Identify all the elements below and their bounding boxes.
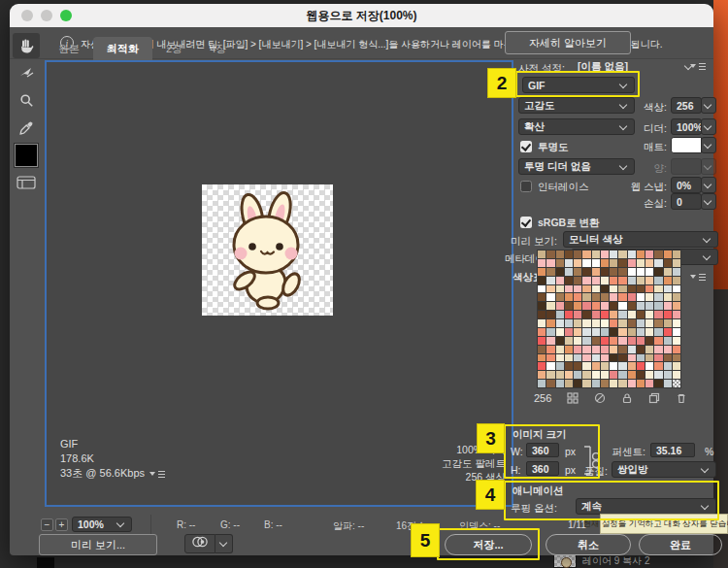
color-swatch[interactable]	[574, 319, 581, 327]
color-swatch[interactable]	[610, 268, 617, 276]
color-swatch[interactable]	[601, 311, 609, 318]
color-swatch[interactable]	[654, 380, 662, 387]
color-swatch[interactable]	[546, 293, 554, 301]
color-swatch[interactable]	[637, 328, 645, 336]
color-swatch[interactable]	[582, 293, 590, 301]
color-swatch[interactable]	[556, 346, 564, 353]
color-swatch[interactable]	[664, 354, 672, 362]
delete-color-icon[interactable]	[676, 392, 687, 404]
color-swatch[interactable]	[610, 259, 617, 267]
new-color-icon[interactable]	[648, 392, 660, 404]
color-swatch[interactable]	[574, 259, 581, 267]
color-swatch[interactable]	[618, 293, 626, 301]
cancel-button[interactable]: 취소	[546, 534, 631, 555]
color-swatch[interactable]	[628, 354, 636, 362]
color-swatch[interactable]	[592, 268, 600, 276]
color-swatch[interactable]	[592, 285, 600, 293]
color-swatch[interactable]	[654, 285, 662, 293]
minimize-button[interactable]	[41, 10, 52, 21]
color-swatch[interactable]	[565, 277, 573, 284]
zoom-tool-button[interactable]	[13, 87, 40, 113]
hand-tool-button[interactable]	[13, 33, 40, 58]
color-swatch[interactable]	[556, 328, 564, 336]
color-swatch[interactable]	[538, 346, 546, 353]
dialog-titlebar[interactable]: 웹용으로 저장(100%)	[10, 4, 713, 27]
transparency-dither-dropdown[interactable]: 투명 디더 없음	[518, 158, 635, 175]
color-swatch[interactable]	[538, 268, 546, 276]
color-swatch[interactable]	[628, 259, 636, 267]
color-swatch[interactable]	[654, 337, 662, 345]
color-swatch[interactable]	[637, 293, 645, 301]
matte-color-swatch[interactable]	[671, 137, 702, 153]
dither-stepper[interactable]	[701, 118, 716, 135]
color-swatch[interactable]	[601, 346, 609, 353]
color-swatch[interactable]	[574, 302, 581, 310]
zoom-level-dropdown[interactable]: 100%	[72, 517, 132, 532]
colors-stepper[interactable]	[701, 97, 716, 114]
color-swatch[interactable]	[618, 259, 626, 267]
color-swatch[interactable]	[654, 259, 662, 267]
color-swatch[interactable]	[574, 251, 581, 258]
quality-dropdown[interactable]: 쌍입방	[612, 461, 716, 478]
color-swatch[interactable]	[601, 328, 609, 336]
color-swatch[interactable]	[582, 354, 590, 362]
color-swatch[interactable]	[618, 354, 626, 362]
color-swatch[interactable]	[538, 251, 546, 258]
color-swatch[interactable]	[664, 285, 672, 293]
color-swatch[interactable]	[601, 371, 609, 379]
color-swatch[interactable]	[546, 285, 554, 293]
preset-menu-icon[interactable]	[690, 61, 706, 71]
color-swatch[interactable]	[673, 328, 680, 336]
matte-dropdown[interactable]	[701, 137, 716, 153]
color-swatch[interactable]	[592, 328, 600, 336]
color-swatch[interactable]	[538, 362, 546, 370]
color-swatch[interactable]	[654, 362, 662, 370]
color-swatch[interactable]	[673, 371, 680, 379]
color-swatch[interactable]	[654, 319, 662, 327]
color-swatch[interactable]	[565, 362, 573, 370]
color-swatch[interactable]	[673, 293, 680, 301]
color-swatch[interactable]	[637, 371, 645, 379]
color-swatch[interactable]	[582, 259, 590, 267]
color-swatch[interactable]	[664, 319, 672, 327]
color-swatch[interactable]	[628, 311, 636, 318]
color-swatch[interactable]	[556, 319, 564, 327]
color-swatch[interactable]	[601, 380, 609, 387]
color-swatch[interactable]	[664, 277, 672, 284]
color-swatch[interactable]	[592, 362, 600, 370]
color-swatch[interactable]	[645, 268, 653, 276]
color-swatch[interactable]	[664, 311, 672, 318]
color-swatch[interactable]	[601, 277, 609, 284]
color-swatch[interactable]	[582, 380, 590, 387]
color-swatch[interactable]	[664, 380, 672, 387]
color-swatch[interactable]	[610, 285, 617, 293]
color-swatch[interactable]	[654, 354, 662, 362]
color-swatch[interactable]	[610, 277, 617, 284]
color-swatch[interactable]	[618, 380, 626, 387]
color-swatch[interactable]	[574, 328, 581, 336]
color-swatch[interactable]	[645, 285, 653, 293]
color-swatch[interactable]	[637, 302, 645, 310]
color-swatch[interactable]	[601, 285, 609, 293]
color-swatch[interactable]	[628, 328, 636, 336]
color-swatch[interactable]	[546, 354, 554, 362]
color-table-menu-icon[interactable]	[690, 272, 706, 282]
color-swatch[interactable]	[654, 251, 662, 258]
color-swatch[interactable]	[592, 277, 600, 284]
color-swatch[interactable]	[610, 362, 617, 370]
color-swatch[interactable]	[546, 362, 554, 370]
color-swatch[interactable]	[538, 354, 546, 362]
color-swatch[interactable]	[628, 371, 636, 379]
color-swatch[interactable]	[645, 354, 653, 362]
color-swatch[interactable]	[645, 251, 653, 258]
color-swatch[interactable]	[601, 251, 609, 258]
color-swatch[interactable]	[664, 268, 672, 276]
color-swatch[interactable]	[628, 293, 636, 301]
color-swatch[interactable]	[601, 362, 609, 370]
color-swatch[interactable]	[637, 277, 645, 284]
color-swatch[interactable]	[618, 337, 626, 345]
color-swatch[interactable]	[610, 346, 617, 353]
color-swatch[interactable]	[673, 311, 680, 318]
color-swatch[interactable]	[574, 277, 581, 284]
lossy-stepper[interactable]	[701, 193, 716, 210]
